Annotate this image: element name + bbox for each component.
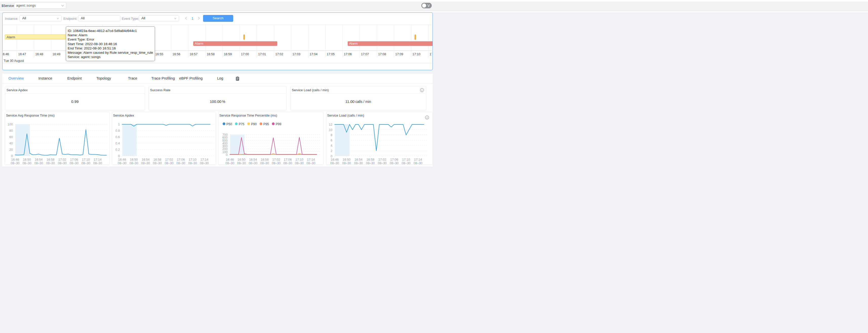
svg-text:16:46: 16:46 [3, 52, 9, 56]
svg-text:08–30: 08–30 [413, 161, 422, 165]
svg-text:08–30: 08–30 [342, 161, 351, 165]
svg-text:16:50: 16:50 [130, 158, 138, 161]
svg-text:17:06: 17:06 [284, 158, 292, 161]
svg-text:17:11: 17:11 [430, 52, 432, 56]
svg-text:17:07: 17:07 [361, 52, 369, 56]
svg-text:08–30: 08–30 [23, 161, 31, 165]
svg-text:16:58: 16:58 [207, 52, 214, 56]
svg-text:P99: P99 [276, 122, 281, 126]
svg-text:08–30: 08–30 [390, 161, 399, 165]
svg-text:Tue 30 August: Tue 30 August [4, 59, 24, 63]
svg-text:12: 12 [329, 123, 332, 126]
svg-text:16:55: 16:55 [155, 52, 163, 56]
svg-text:16:46: 16:46 [118, 158, 126, 161]
svg-text:16:58: 16:58 [46, 158, 55, 161]
svg-text:08–30: 08–30 [118, 161, 127, 165]
svg-text:17:09: 17:09 [395, 52, 403, 56]
svg-text:16:54: 16:54 [35, 158, 42, 161]
svg-text:17:10: 17:10 [295, 158, 303, 161]
svg-text:0.4: 0.4 [116, 142, 120, 145]
svg-text:17:02: 17:02 [378, 158, 386, 161]
svg-text:08–30: 08–30 [200, 161, 209, 165]
svg-text:1: 1 [118, 123, 120, 126]
svg-text:16:50: 16:50 [238, 158, 245, 161]
svg-text:08–30: 08–30 [225, 161, 234, 165]
svg-text:08–30: 08–30 [177, 161, 185, 165]
svg-text:17:10: 17:10 [402, 158, 410, 161]
svg-text:08–30: 08–30 [330, 161, 339, 165]
svg-text:17:06: 17:06 [390, 158, 398, 161]
svg-text:2: 2 [331, 149, 332, 152]
svg-text:08–30: 08–30 [295, 161, 304, 165]
svg-text:17:01: 17:01 [258, 52, 266, 56]
svg-text:100: 100 [8, 123, 13, 126]
svg-text:08–30: 08–30 [129, 161, 138, 165]
svg-text:P50: P50 [226, 122, 232, 126]
svg-text:08–30: 08–30 [260, 161, 269, 165]
svg-text:8: 8 [331, 133, 332, 137]
svg-text:08–30: 08–30 [70, 161, 79, 165]
svg-text:17:02: 17:02 [58, 158, 66, 161]
svg-text:20: 20 [9, 148, 13, 151]
svg-text:0: 0 [118, 154, 120, 158]
svg-text:17:05: 17:05 [327, 52, 335, 56]
svg-text:16:56: 16:56 [173, 52, 180, 56]
svg-text:17:10: 17:10 [412, 52, 420, 56]
svg-text:16:49: 16:49 [53, 52, 60, 56]
svg-text:16:54: 16:54 [142, 158, 149, 161]
svg-text:16:59: 16:59 [224, 52, 232, 56]
svg-text:P90: P90 [251, 122, 256, 126]
svg-text:4: 4 [331, 144, 332, 147]
svg-text:16:50: 16:50 [343, 158, 350, 161]
svg-text:08–30: 08–30 [283, 161, 292, 165]
svg-text:10: 10 [329, 128, 332, 132]
svg-text:08–30: 08–30 [93, 161, 102, 165]
svg-text:40: 40 [9, 142, 13, 145]
svg-text:08–30: 08–30 [378, 161, 386, 165]
svg-text:16:58: 16:58 [260, 158, 269, 161]
svg-text:08–30: 08–30 [164, 161, 174, 165]
svg-text:0.2: 0.2 [116, 148, 120, 151]
svg-text:17:06: 17:06 [70, 158, 78, 161]
svg-text:08–30: 08–30 [34, 161, 43, 165]
svg-text:08–30: 08–30 [82, 161, 90, 165]
svg-text:17:10: 17:10 [82, 158, 90, 161]
svg-text:08–30: 08–30 [354, 161, 363, 165]
svg-text:17:03: 17:03 [292, 52, 300, 56]
svg-text:16:46: 16:46 [226, 158, 234, 161]
svg-text:16:58: 16:58 [153, 158, 161, 161]
svg-text:0: 0 [226, 153, 228, 156]
svg-text:17:06: 17:06 [344, 52, 352, 56]
svg-text:17:06: 17:06 [177, 158, 185, 161]
svg-text:17:14: 17:14 [200, 158, 208, 161]
svg-text:08–30: 08–30 [141, 161, 150, 165]
svg-text:0: 0 [331, 154, 332, 158]
svg-text:17:02: 17:02 [275, 52, 283, 56]
svg-text:17:02: 17:02 [272, 158, 280, 161]
svg-text:08–30: 08–30 [188, 161, 197, 165]
svg-text:0.8: 0.8 [116, 129, 120, 133]
svg-text:17:02: 17:02 [165, 158, 173, 161]
svg-text:17:14: 17:14 [307, 158, 315, 161]
svg-text:17:04: 17:04 [310, 52, 317, 56]
svg-text:P75: P75 [239, 122, 244, 126]
svg-text:16:50: 16:50 [23, 158, 31, 161]
svg-text:08–30: 08–30 [58, 161, 67, 165]
svg-text:08–30: 08–30 [366, 161, 375, 165]
svg-text:08–30: 08–30 [11, 161, 20, 165]
svg-text:16:58: 16:58 [366, 158, 374, 161]
svg-text:60: 60 [9, 135, 13, 139]
svg-text:08–30: 08–30 [46, 161, 55, 165]
svg-text:80: 80 [9, 129, 13, 133]
svg-text:16:57: 16:57 [190, 52, 197, 56]
svg-text:08–30: 08–30 [306, 161, 315, 165]
svg-text:08–30: 08–30 [249, 161, 257, 165]
svg-text:16:46: 16:46 [11, 158, 19, 161]
svg-text:17:10: 17:10 [189, 158, 196, 161]
svg-text:16:47: 16:47 [18, 52, 26, 56]
svg-text:16:54: 16:54 [354, 158, 362, 161]
svg-text:08–30: 08–30 [272, 161, 281, 165]
svg-text:16:46: 16:46 [331, 158, 339, 161]
svg-text:0.6: 0.6 [116, 135, 120, 139]
svg-text:17:08: 17:08 [378, 52, 386, 56]
